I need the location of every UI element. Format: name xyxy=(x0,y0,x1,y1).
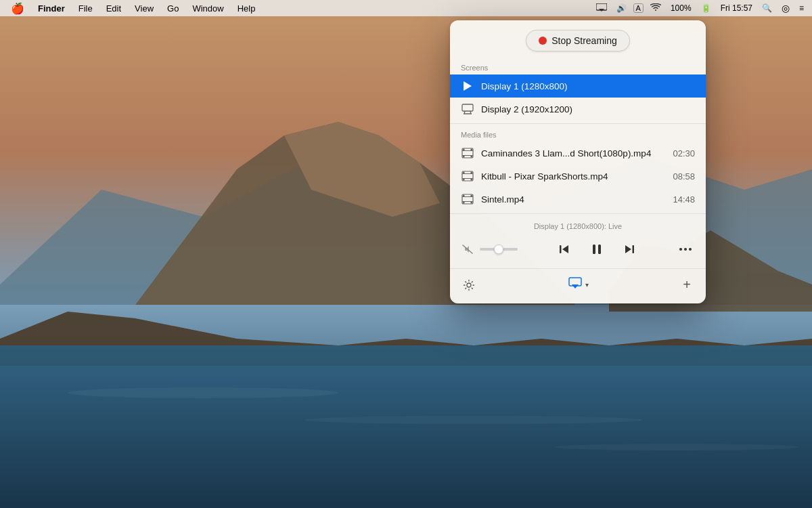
battery-percentage: 100% xyxy=(668,2,694,14)
player-section: Display 1 (1280x800): Live xyxy=(450,217,706,268)
menubar-right: 🔊 A 100% 🔋 Fri 15:57 🔍 ◎ ≡ xyxy=(593,1,807,15)
airplay-button[interactable]: ▾ xyxy=(562,274,594,295)
stop-streaming-label: Stop Streaming xyxy=(551,35,617,46)
svg-rect-22 xyxy=(471,156,473,158)
airplay-icon xyxy=(568,277,583,293)
player-status: Display 1 (1280x800): Live xyxy=(450,222,706,230)
svg-point-46 xyxy=(689,248,692,251)
next-button[interactable] xyxy=(620,240,639,259)
media1-label: Caminandes 3 Llam...d Short(1080p).mp4 xyxy=(481,148,666,158)
divider-screens-media xyxy=(450,123,706,124)
svg-rect-40 xyxy=(593,245,595,254)
player-controls xyxy=(450,236,706,266)
previous-button[interactable] xyxy=(555,240,574,259)
play-icon-display1 xyxy=(461,79,474,93)
stop-dot xyxy=(539,37,547,45)
controls-center xyxy=(523,238,671,260)
media2-label: Kitbull - Pixar SparkShorts.mp4 xyxy=(481,171,666,182)
edit-menu[interactable]: Edit xyxy=(101,2,127,15)
pause-button[interactable] xyxy=(586,238,608,260)
svg-rect-20 xyxy=(471,149,473,151)
svg-rect-27 xyxy=(471,172,473,174)
svg-rect-33 xyxy=(463,195,465,197)
display2-item[interactable]: Display 2 (1920x1200) xyxy=(450,98,706,121)
svg-rect-34 xyxy=(471,195,473,197)
volume-icon[interactable]: 🔊 xyxy=(614,2,629,14)
svg-rect-35 xyxy=(463,202,465,204)
media3-item[interactable]: Sintel.mp4 14:48 xyxy=(450,188,706,211)
finder-menu[interactable]: Finder xyxy=(32,2,70,15)
view-menu[interactable]: View xyxy=(129,2,159,15)
file-menu[interactable]: File xyxy=(73,2,98,15)
menubar-left: 🍎 Finder File Edit View Go Window Help xyxy=(5,2,261,15)
window-menu[interactable]: Window xyxy=(187,2,229,15)
svg-rect-42 xyxy=(633,245,635,253)
svg-point-9 xyxy=(555,444,798,450)
svg-marker-39 xyxy=(562,245,568,253)
svg-point-45 xyxy=(684,248,687,251)
display2-label: Display 2 (1920x1200) xyxy=(481,104,695,114)
more-options-button[interactable] xyxy=(676,240,695,259)
svg-rect-28 xyxy=(463,179,465,181)
keyboard-icon[interactable]: A xyxy=(633,3,644,13)
control-center-icon[interactable]: ≡ xyxy=(796,2,807,14)
svg-rect-12 xyxy=(462,104,473,111)
apple-menu[interactable]: 🍎 xyxy=(5,2,30,15)
screens-section-label: Screens xyxy=(450,60,706,75)
stop-streaming-button[interactable]: Stop Streaming xyxy=(526,30,630,51)
svg-rect-36 xyxy=(471,202,473,204)
siri-icon[interactable]: ◎ xyxy=(779,1,792,15)
svg-point-7 xyxy=(68,387,338,398)
monitor-icon-display2 xyxy=(461,102,474,116)
media2-item[interactable]: Kitbull - Pixar SparkShorts.mp4 08:58 xyxy=(450,165,706,188)
svg-rect-38 xyxy=(560,245,562,253)
datetime: Fri 15:57 xyxy=(718,2,755,14)
display1-item[interactable]: Display 1 (1280x800) xyxy=(450,75,706,98)
help-menu[interactable]: Help xyxy=(232,2,261,15)
battery-icon[interactable]: 🔋 xyxy=(698,2,714,14)
media3-label: Sintel.mp4 xyxy=(481,194,666,205)
bottom-toolbar: ▾ + xyxy=(450,268,706,303)
search-icon[interactable]: 🔍 xyxy=(759,2,775,14)
airplay-chevron-icon: ▾ xyxy=(585,281,589,289)
wifi-icon[interactable] xyxy=(648,2,664,15)
svg-point-47 xyxy=(467,283,471,287)
svg-rect-21 xyxy=(463,156,465,158)
settings-button[interactable] xyxy=(459,276,478,295)
svg-rect-29 xyxy=(471,179,473,181)
media3-duration: 14:48 xyxy=(673,194,695,205)
media1-item[interactable]: Caminandes 3 Llam...d Short(1080p).mp4 0… xyxy=(450,142,706,165)
display1-label: Display 1 (1280x800) xyxy=(481,81,695,91)
stop-streaming-row: Stop Streaming xyxy=(450,20,706,60)
slider-thumb[interactable] xyxy=(494,245,503,254)
volume-mute-icon[interactable] xyxy=(461,245,474,254)
add-button[interactable]: + xyxy=(677,276,696,295)
film-icon-media1 xyxy=(461,146,474,160)
divider-media-player xyxy=(450,213,706,214)
svg-rect-19 xyxy=(463,149,465,151)
svg-point-44 xyxy=(679,248,682,251)
media2-duration: 08:58 xyxy=(673,171,695,182)
film-icon-media3 xyxy=(461,192,474,206)
slider-track xyxy=(480,248,518,251)
film-icon-media2 xyxy=(461,169,474,183)
svg-marker-49 xyxy=(572,284,579,289)
airplay-menubar-icon[interactable] xyxy=(593,2,610,15)
svg-rect-6 xyxy=(0,345,812,508)
svg-marker-43 xyxy=(625,245,631,253)
svg-rect-41 xyxy=(598,245,601,254)
svg-point-8 xyxy=(304,416,643,424)
media1-duration: 02:30 xyxy=(673,148,695,158)
volume-slider[interactable] xyxy=(480,248,518,251)
svg-rect-26 xyxy=(463,172,465,174)
go-menu[interactable]: Go xyxy=(162,2,184,15)
media-section-label: Media files xyxy=(450,127,706,142)
popup-panel: Stop Streaming Screens Display 1 (1280x8… xyxy=(450,20,706,303)
menubar: 🍎 Finder File Edit View Go Window Help 🔊… xyxy=(0,0,812,16)
